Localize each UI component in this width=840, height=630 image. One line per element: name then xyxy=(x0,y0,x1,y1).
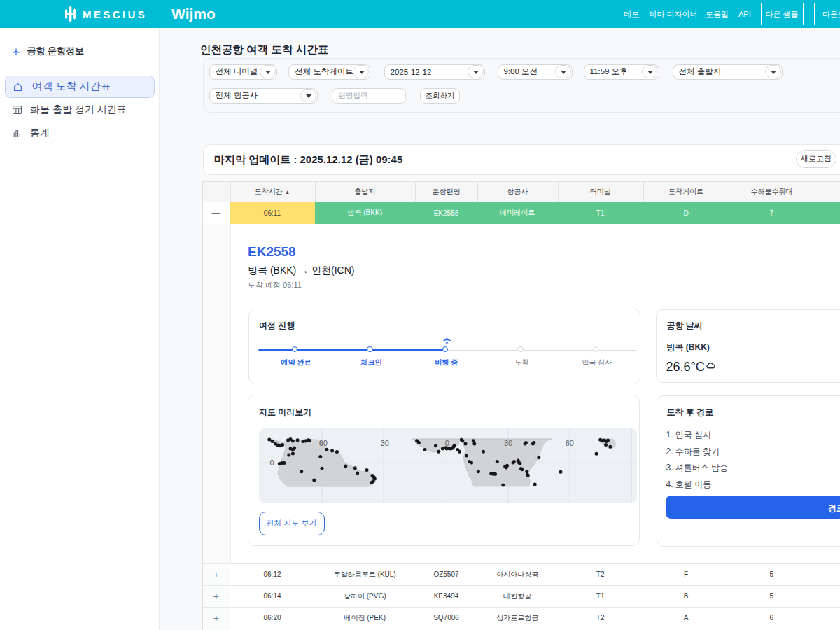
svg-text:0: 0 xyxy=(445,438,449,447)
svg-text:0: 0 xyxy=(270,458,274,467)
svg-text:-60: -60 xyxy=(316,438,328,447)
svg-text:30: 30 xyxy=(504,438,512,447)
svg-text:-30: -30 xyxy=(378,438,389,447)
svg-text:60: 60 xyxy=(566,438,574,447)
